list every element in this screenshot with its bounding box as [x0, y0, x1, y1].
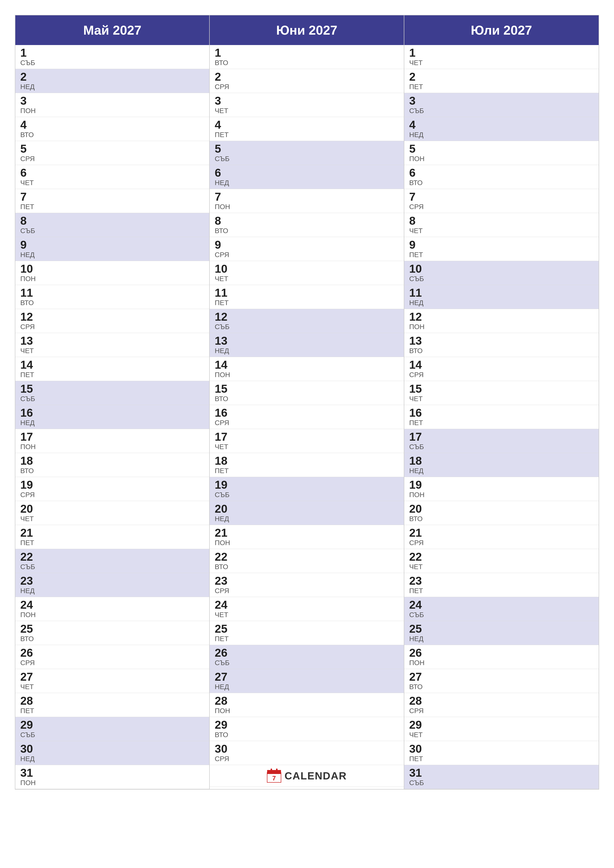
- column-jun: 1ВТО2СРЯ3ЧЕТ4ПЕТ5СЪБ6НЕД7ПОН8ВТО9СРЯ10ЧЕ…: [210, 45, 404, 789]
- days-grid: 1СЪБ2НЕД3ПОН4ВТО5СРЯ6ЧЕТ7ПЕТ8СЪБ9НЕД10ПО…: [16, 45, 598, 789]
- day-cell: 7ПЕТ: [16, 189, 209, 213]
- day-name: ЧЕТ: [215, 107, 399, 115]
- day-cell: 25ВТО: [16, 621, 209, 645]
- day-name: ЧЕТ: [215, 275, 399, 283]
- day-cell: 1СЪБ: [16, 45, 209, 69]
- day-name: СРЯ: [20, 155, 204, 163]
- day-number: 16: [215, 407, 399, 418]
- day-name: ВТО: [409, 683, 594, 691]
- day-number: 12: [20, 311, 204, 322]
- day-name: СРЯ: [215, 587, 399, 595]
- day-name: ПЕТ: [409, 83, 594, 91]
- day-number: 28: [215, 695, 399, 707]
- day-name: НЕД: [409, 131, 594, 139]
- day-cell: 9ПЕТ: [404, 237, 598, 261]
- day-cell: 4НЕД: [404, 117, 598, 141]
- day-cell: 3СЪБ: [404, 93, 598, 117]
- day-cell: 18ВТО: [16, 453, 209, 477]
- day-number: 3: [20, 95, 204, 106]
- day-cell: 22СЪБ: [16, 549, 209, 573]
- day-number: 13: [409, 335, 594, 346]
- day-name: ПОН: [20, 779, 204, 787]
- day-cell: 26СЪБ: [210, 645, 404, 669]
- day-number: 12: [215, 311, 399, 322]
- day-name: СЪБ: [20, 563, 204, 571]
- day-name: ПЕТ: [409, 419, 594, 427]
- day-name: СРЯ: [215, 419, 399, 427]
- day-name: ВТО: [215, 563, 399, 571]
- day-number: 29: [215, 719, 399, 730]
- day-number: 24: [20, 599, 204, 611]
- day-number: 21: [215, 527, 399, 538]
- day-name: НЕД: [20, 419, 204, 427]
- day-cell: 17СЪБ: [404, 429, 598, 453]
- day-name: ВТО: [20, 131, 204, 139]
- day-cell: 26СРЯ: [16, 645, 209, 669]
- day-number: 9: [215, 239, 399, 250]
- day-cell: 11ВТО: [16, 285, 209, 309]
- day-cell: 23СРЯ: [210, 573, 404, 597]
- day-name: СРЯ: [215, 83, 399, 91]
- day-cell: 16НЕД: [16, 405, 209, 429]
- day-cell: 15ВТО: [210, 381, 404, 405]
- day-name: СЪБ: [20, 227, 204, 235]
- day-name: НЕД: [409, 467, 594, 475]
- day-number: 18: [409, 455, 594, 467]
- day-name: СРЯ: [215, 251, 399, 259]
- day-cell: 27НЕД: [210, 669, 404, 693]
- month-header-may: Май 2027: [16, 16, 210, 45]
- day-number: 20: [20, 503, 204, 515]
- calendar-logo-icon: 7: [267, 768, 281, 784]
- day-number: 25: [20, 623, 204, 634]
- day-cell: 24ПОН: [16, 597, 209, 621]
- day-number: 11: [20, 287, 204, 298]
- day-number: 10: [20, 263, 204, 274]
- day-number: 7: [215, 191, 399, 202]
- day-name: НЕД: [20, 587, 204, 595]
- day-cell: 30ПЕТ: [404, 741, 598, 765]
- day-cell: 14ПОН: [210, 357, 404, 381]
- logo-text: CALENDAR: [284, 770, 347, 782]
- day-cell: 14ПЕТ: [16, 357, 209, 381]
- day-cell: 8СЪБ: [16, 213, 209, 237]
- day-number: 5: [215, 143, 399, 154]
- day-number: 6: [215, 167, 399, 178]
- day-cell: 5СЪБ: [210, 141, 404, 165]
- day-cell: 22ВТО: [210, 549, 404, 573]
- day-number: 15: [215, 383, 399, 394]
- day-name: СЪБ: [20, 395, 204, 403]
- day-name: СРЯ: [409, 371, 594, 379]
- day-number: 26: [409, 647, 594, 659]
- day-number: 28: [409, 695, 594, 707]
- day-cell: 21ПЕТ: [16, 525, 209, 549]
- svg-text:7: 7: [272, 775, 276, 782]
- day-number: 14: [409, 359, 594, 370]
- day-name: СЪБ: [215, 323, 399, 331]
- calendar-container: Май 2027 Юни 2027 Юли 2027 1СЪБ2НЕД3ПОН4…: [15, 15, 599, 790]
- day-name: НЕД: [215, 683, 399, 691]
- day-name: ПЕТ: [215, 467, 399, 475]
- day-number: 17: [409, 431, 594, 442]
- day-cell: 12СРЯ: [16, 309, 209, 333]
- day-number: 6: [409, 167, 594, 178]
- day-number: 23: [409, 575, 594, 586]
- day-number: 3: [409, 95, 594, 106]
- day-number: 4: [409, 119, 594, 130]
- day-number: 5: [20, 143, 204, 154]
- day-name: ВТО: [215, 395, 399, 403]
- day-number: 13: [215, 335, 399, 346]
- day-cell: 6ВТО: [404, 165, 598, 189]
- day-name: ЧЕТ: [409, 731, 594, 739]
- day-cell: 3ЧЕТ: [210, 93, 404, 117]
- day-number: 12: [409, 311, 594, 322]
- day-number: 13: [20, 335, 204, 346]
- day-number: 9: [409, 239, 594, 250]
- day-cell: 21ПОН: [210, 525, 404, 549]
- day-number: 20: [409, 503, 594, 515]
- day-number: 16: [409, 407, 594, 418]
- day-number: 21: [20, 527, 204, 538]
- day-name: ВТО: [409, 515, 594, 523]
- header-row: Май 2027 Юни 2027 Юли 2027: [16, 16, 598, 45]
- day-number: 18: [20, 455, 204, 467]
- day-name: СРЯ: [20, 491, 204, 499]
